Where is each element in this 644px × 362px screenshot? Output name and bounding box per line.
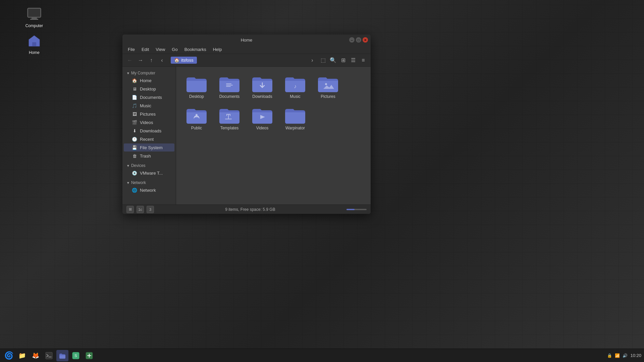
- music-sidebar-icon: 🎵: [132, 103, 137, 108]
- filesystem-sidebar-icon: 💾: [132, 145, 137, 150]
- computer-icon: [26, 6, 42, 22]
- taskbar-nemo[interactable]: [56, 350, 68, 361]
- sidebar-videos-label: Videos: [140, 120, 153, 125]
- file-item-templates[interactable]: Templates: [214, 104, 245, 132]
- svg-rect-1: [28, 9, 40, 17]
- menu-bookmarks[interactable]: Bookmarks: [182, 46, 209, 53]
- prev-location-button[interactable]: ‹: [157, 56, 167, 65]
- taskbar-synaptic[interactable]: S: [70, 350, 82, 361]
- my-computer-label: My Computer: [131, 71, 155, 75]
- list-view-button[interactable]: ☰: [348, 56, 358, 65]
- next-location-button[interactable]: ›: [308, 56, 317, 65]
- taskbar-firefox[interactable]: 🦊: [30, 350, 42, 361]
- svg-rect-7: [226, 86, 231, 87]
- sidebar-vmware-label: VMware T...: [140, 171, 163, 176]
- file-item-videos[interactable]: Videos: [247, 104, 277, 132]
- music-folder-icon: ♪: [284, 74, 306, 93]
- sidebar-item-trash[interactable]: 🗑 Trash: [124, 152, 174, 160]
- pictures-folder-label: Pictures: [321, 94, 335, 99]
- sidebar-item-pictures[interactable]: 🖼 Pictures: [124, 110, 174, 118]
- recent-sidebar-icon: 🕐: [132, 136, 137, 142]
- pictures-sidebar-icon: 🖼: [132, 111, 137, 117]
- pictures-folder-icon: [317, 74, 339, 93]
- compact-view-button[interactable]: ≡: [359, 56, 368, 65]
- svg-point-9: [325, 83, 327, 85]
- file-item-pictures[interactable]: Pictures: [313, 72, 343, 101]
- file-item-music[interactable]: ♪ Music: [280, 72, 310, 101]
- svg-rect-3: [30, 19, 38, 20]
- up-button[interactable]: ↑: [147, 56, 156, 65]
- sidebar-section-my-computer[interactable]: ▼ My Computer: [122, 69, 176, 76]
- home-folder-icon: [26, 33, 42, 49]
- downloads-folder-label: Downloads: [252, 94, 272, 99]
- downloads-sidebar-icon: ⬇: [132, 128, 137, 133]
- sidebar-item-music[interactable]: 🎵 Music: [124, 102, 174, 110]
- home-breadcrumb-icon: 🏠: [174, 58, 179, 63]
- sidebar-item-videos[interactable]: 🎬 Videos: [124, 118, 174, 126]
- sidebar-item-vmware[interactable]: 💿 VMware T...: [124, 169, 174, 177]
- taskbar-right: 🔒 📶 🔊 10:20: [607, 353, 641, 358]
- documents-folder-icon: [219, 74, 240, 93]
- trash-sidebar-icon: 🗑: [132, 153, 137, 159]
- sidebar-documents-label: Documents: [140, 95, 162, 100]
- icon-view-button[interactable]: ⊞: [338, 56, 348, 65]
- sidebar-section-network[interactable]: ▼ Network: [122, 179, 176, 186]
- sidebar-item-home[interactable]: 🏠 Home: [124, 76, 174, 84]
- desktop-icon-home[interactable]: Home: [21, 33, 48, 55]
- toggle-sidebar-button[interactable]: ⬚: [318, 56, 328, 65]
- sidebar-desktop-label: Desktop: [140, 86, 156, 92]
- file-item-public[interactable]: Public: [181, 104, 212, 132]
- network-collapse-arrow: ▼: [126, 181, 130, 185]
- taskbar-files[interactable]: 📁: [16, 350, 28, 361]
- sidebar-music-label: Music: [140, 103, 151, 108]
- breadcrumb-home[interactable]: 🏠 itsfoss: [171, 57, 197, 64]
- volume-icon: 🔊: [623, 353, 628, 358]
- sidebar-item-downloads[interactable]: ⬇ Downloads: [124, 127, 174, 135]
- window-controls: – □ ✕: [349, 37, 368, 43]
- videos-folder-icon: [252, 106, 273, 124]
- network-status-icon: 🔒: [607, 353, 612, 358]
- file-item-downloads[interactable]: Downloads: [247, 72, 277, 101]
- close-button[interactable]: ✕: [363, 37, 368, 43]
- file-item-documents[interactable]: Documents: [214, 72, 245, 101]
- maximize-button[interactable]: □: [356, 37, 361, 43]
- statusbar-1c-button[interactable]: 1c: [137, 206, 144, 213]
- back-button[interactable]: ←: [125, 56, 135, 65]
- templates-folder-label: Templates: [220, 126, 239, 130]
- search-button[interactable]: 🔍: [328, 56, 338, 65]
- sidebar-item-network[interactable]: 🌐 Network: [124, 186, 174, 194]
- documents-sidebar-icon: 📄: [132, 95, 137, 100]
- sidebar-item-recent[interactable]: 🕐 Recent: [124, 135, 174, 143]
- file-item-warpinator[interactable]: Warpinator: [280, 104, 310, 132]
- taskbar-terminal[interactable]: [43, 350, 55, 361]
- taskbar-mint-menu[interactable]: 🌀: [3, 350, 15, 361]
- file-item-desktop[interactable]: Desktop: [181, 72, 212, 101]
- menu-file[interactable]: File: [125, 46, 138, 53]
- home-sidebar-icon: 🏠: [132, 78, 137, 83]
- zoom-slider[interactable]: [346, 209, 367, 210]
- menu-help[interactable]: Help: [210, 46, 225, 53]
- taskbar-manager[interactable]: [83, 350, 95, 361]
- network-section-label: Network: [131, 180, 146, 185]
- sidebar-network-label: Network: [140, 188, 156, 193]
- svg-text:S: S: [74, 354, 77, 358]
- desktop-icon-computer[interactable]: Computer: [21, 6, 48, 28]
- sidebar-item-documents[interactable]: 📄 Documents: [124, 93, 174, 101]
- sidebar-item-filesystem[interactable]: 💾 File System: [124, 143, 174, 152]
- svg-rect-2: [32, 17, 37, 19]
- menu-view[interactable]: View: [153, 46, 168, 53]
- statusbar: ⊞ 1c 3 9 items, Free space: 5.9 GB: [122, 204, 371, 214]
- documents-folder-label: Documents: [219, 94, 240, 99]
- minimize-button[interactable]: –: [349, 37, 355, 43]
- statusbar-grid-button[interactable]: ⊞: [126, 206, 134, 213]
- warpinator-folder-icon: [284, 106, 306, 124]
- sidebar-item-desktop[interactable]: 🖥 Desktop: [124, 85, 174, 93]
- clock: 10:20: [630, 353, 641, 358]
- menu-edit[interactable]: Edit: [139, 46, 152, 53]
- sidebar-pictures-label: Pictures: [140, 112, 156, 117]
- sidebar-section-devices[interactable]: ▼ Devices: [122, 162, 176, 169]
- forward-button[interactable]: →: [136, 56, 145, 65]
- menu-go[interactable]: Go: [169, 46, 180, 53]
- statusbar-3-button[interactable]: 3: [147, 206, 154, 213]
- sidebar-recent-label: Recent: [140, 137, 154, 142]
